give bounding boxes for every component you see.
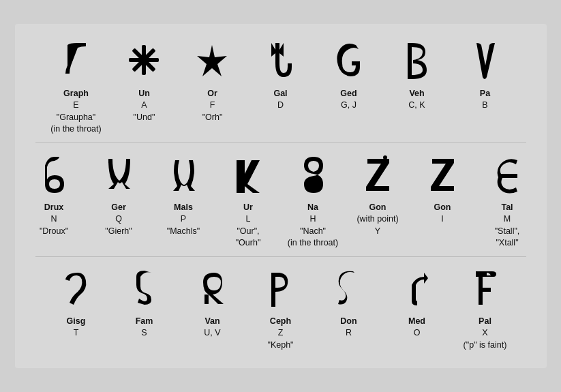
cell-gal: GalD	[247, 37, 315, 112]
symbol-or	[194, 37, 231, 84]
symbol-gal	[262, 37, 299, 84]
label-gisg: GisgT	[67, 316, 86, 340]
cell-ur: UrL"Our","Ourh"	[216, 151, 281, 250]
symbol-graph	[57, 37, 95, 84]
cell-mals: MalsP"Machls"	[151, 151, 216, 238]
chart-container: GraphE"Graupha"(in the throat) UnA"Und"	[15, 24, 547, 369]
cell-ger: GerQ"Gierh"	[87, 151, 151, 238]
row-1: GraphE"Graupha"(in the throat) UnA"Und"	[22, 37, 540, 136]
label-mals: MalsP"Machls"	[167, 202, 200, 238]
cell-pal: PalX("p" is faint)	[451, 265, 519, 352]
symbol-don	[330, 265, 367, 312]
label-ceph: CephZ"Keph"	[267, 316, 293, 352]
cell-gon-point: Gon(with point)Y	[346, 151, 410, 238]
symbol-fam	[125, 265, 163, 312]
row-3: GisgT FamS VanU, V	[22, 265, 540, 352]
label-fam: FamS	[136, 316, 153, 340]
label-med: MedO	[408, 316, 425, 340]
symbol-ged	[330, 37, 367, 84]
label-drux: DruxN"Droux"	[40, 202, 68, 238]
label-veh: VehC, K	[408, 88, 425, 112]
cell-drux: DruxN"Droux"	[22, 151, 87, 238]
label-or: OrF"Orh"	[202, 88, 223, 124]
cell-med: MedO	[383, 265, 451, 340]
label-un: UnA"Und"	[134, 88, 155, 124]
symbol-ur	[230, 151, 267, 198]
symbol-gon-point	[359, 151, 397, 198]
label-gon-point: Gon(with point)Y	[357, 202, 398, 238]
label-tal: TalM"Stall","Xtall"	[495, 202, 520, 250]
symbol-pal	[466, 265, 504, 312]
label-pa: PaB	[480, 88, 490, 112]
symbol-drux	[35, 151, 73, 198]
cell-or: OrF"Orh"	[179, 37, 247, 124]
label-don: DonR	[340, 316, 357, 340]
cell-fam: FamS	[110, 265, 179, 340]
symbol-na	[294, 151, 332, 198]
label-ged: GedG, J	[340, 88, 357, 112]
label-gon: GonI	[434, 202, 451, 226]
cell-gon: GonI	[410, 151, 475, 226]
symbol-pa	[466, 37, 504, 84]
cell-ged: GedG, J	[315, 37, 383, 112]
label-graph: GraphE"Graupha"(in the throat)	[50, 88, 101, 136]
svg-marker-4	[197, 45, 227, 76]
cell-ceph: CephZ"Keph"	[247, 265, 315, 352]
symbol-un	[125, 37, 163, 84]
symbol-van	[194, 265, 231, 312]
label-gal: GalD	[273, 88, 287, 112]
symbol-veh	[398, 37, 436, 84]
cell-graph: GraphE"Graupha"(in the throat)	[42, 37, 110, 136]
separator-1	[35, 142, 526, 143]
row-2: DruxN"Droux" GerQ"Gierh"	[22, 151, 540, 250]
label-van: VanU, V	[204, 316, 220, 340]
svg-point-5	[383, 155, 387, 160]
cell-tal: TalM"Stall","Xtall"	[475, 151, 540, 250]
label-ger: GerQ"Gierh"	[105, 202, 132, 238]
cell-don: DonR	[315, 265, 383, 340]
symbol-gisg	[57, 265, 95, 312]
symbol-mals	[165, 151, 202, 198]
cell-van: VanU, V	[179, 265, 247, 340]
label-pal: PalX("p" is faint)	[464, 316, 507, 352]
cell-gisg: GisgT	[42, 265, 110, 340]
separator-2	[35, 256, 526, 257]
symbol-ger	[100, 151, 138, 198]
cell-pa: PaB	[451, 37, 519, 112]
cell-na: NaH"Nach"(in the throat)	[281, 151, 346, 250]
symbol-ceph	[262, 265, 299, 312]
label-na: NaH"Nach"(in the throat)	[288, 202, 338, 250]
symbol-tal	[489, 151, 526, 198]
label-ur: UrL"Our","Ourh"	[236, 202, 261, 250]
cell-un: UnA"Und"	[110, 37, 179, 124]
symbol-gon	[424, 151, 461, 198]
symbol-med	[398, 265, 436, 312]
cell-veh: VehC, K	[383, 37, 451, 112]
